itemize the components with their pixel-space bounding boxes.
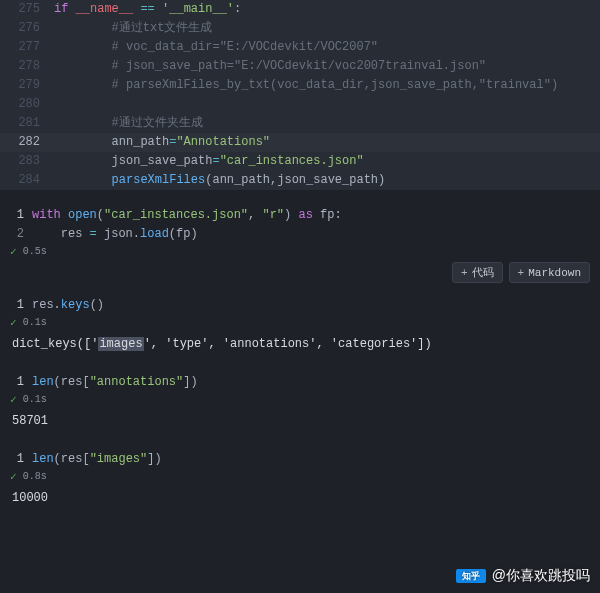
cell-exec-time: 0.8s bbox=[23, 471, 47, 482]
token: # voc_data_dir="E:/VOCdevkit/VOC2007" bbox=[112, 40, 378, 54]
cell-output: 10000 bbox=[0, 487, 600, 515]
watermark: 知乎 @你喜欢跳投吗 bbox=[456, 567, 590, 585]
code-editor[interactable]: 275if __name__ == '__main__':276 #通过txt文… bbox=[0, 0, 600, 190]
line-number: 277 bbox=[0, 38, 54, 57]
cell-status: ✓0.8s bbox=[0, 469, 600, 487]
token: ]) bbox=[147, 452, 161, 466]
separator bbox=[0, 361, 600, 371]
code-content: ann_path="Annotations" bbox=[54, 133, 600, 152]
output-text: dict_keys([' bbox=[12, 337, 98, 351]
code-line[interactable]: 278 # json_save_path="E:/VOCdevkit/voc20… bbox=[0, 57, 600, 76]
token: (ann_path,json_save_path) bbox=[205, 173, 385, 187]
code-line[interactable]: 283 json_save_path="car_instances.json" bbox=[0, 152, 600, 171]
notebook-cell[interactable]: 1len(res["annotations"])✓0.1s58701 bbox=[0, 371, 600, 438]
token: '__main__' bbox=[162, 2, 234, 16]
code-content: json_save_path="car_instances.json" bbox=[54, 152, 600, 171]
cell-exec-time: 0.1s bbox=[23, 317, 47, 328]
token: # json_save_path="E:/VOCdevkit/voc2007tr… bbox=[112, 59, 486, 73]
token: ) bbox=[284, 208, 298, 222]
line-number: 280 bbox=[0, 95, 54, 114]
token: (res[ bbox=[54, 375, 90, 389]
token: "car_instances.json" bbox=[104, 208, 248, 222]
separator bbox=[0, 284, 600, 294]
notebook-cell[interactable]: 1with open("car_instances.json", "r") as… bbox=[0, 204, 600, 284]
cell-code-line[interactable]: 2 res = json.load(fp) bbox=[0, 225, 600, 244]
token: as bbox=[298, 208, 312, 222]
line-number: 278 bbox=[0, 57, 54, 76]
separator bbox=[0, 438, 600, 448]
check-icon: ✓ bbox=[10, 316, 17, 329]
token: (res[ bbox=[54, 452, 90, 466]
cell-code-content: len(res["annotations"]) bbox=[32, 373, 600, 392]
token bbox=[61, 208, 68, 222]
add-markdown-cell-button[interactable]: +Markdown bbox=[509, 262, 590, 283]
cell-code-line[interactable]: 1res.keys() bbox=[0, 296, 600, 315]
token: open bbox=[68, 208, 97, 222]
line-number: 276 bbox=[0, 19, 54, 38]
token: #通过txt文件生成 bbox=[112, 21, 213, 35]
button-label: 代码 bbox=[472, 265, 494, 280]
cell-code-content: len(res["images"]) bbox=[32, 450, 600, 469]
cell-code-line[interactable]: 1len(res["images"]) bbox=[0, 450, 600, 469]
zhihu-logo-icon: 知乎 bbox=[456, 569, 486, 583]
token: : bbox=[234, 2, 241, 16]
token bbox=[155, 2, 162, 16]
code-content: # parseXmlFiles_by_txt(voc_data_dir,json… bbox=[54, 76, 600, 95]
code-content: #通过文件夹生成 bbox=[54, 114, 600, 133]
notebook-cell[interactable]: 1res.keys()✓0.1sdict_keys(['images', 'ty… bbox=[0, 294, 600, 361]
notebook-cell[interactable]: 1len(res["images"])✓0.8s10000 bbox=[0, 448, 600, 515]
code-line[interactable]: 281 #通过文件夹生成 bbox=[0, 114, 600, 133]
output-text: 10000 bbox=[12, 491, 48, 505]
token: res. bbox=[32, 298, 61, 312]
line-number: 282 bbox=[0, 133, 54, 152]
cell-code-line[interactable]: 1with open("car_instances.json", "r") as… bbox=[0, 206, 600, 225]
code-line[interactable]: 276 #通过txt文件生成 bbox=[0, 19, 600, 38]
token: len bbox=[32, 452, 54, 466]
cell-line-number: 2 bbox=[0, 225, 32, 244]
code-content: if __name__ == '__main__': bbox=[54, 0, 600, 19]
cell-code-content: with open("car_instances.json", "r") as … bbox=[32, 206, 600, 225]
code-line[interactable]: 284 parseXmlFiles(ann_path,json_save_pat… bbox=[0, 171, 600, 190]
output-text: ', 'type', 'annotations', 'categories']) bbox=[144, 337, 432, 351]
token: if bbox=[54, 2, 68, 16]
cell-line-number: 1 bbox=[0, 450, 32, 469]
token: res bbox=[32, 227, 90, 241]
token: , bbox=[248, 208, 262, 222]
token: "annotations" bbox=[90, 375, 184, 389]
code-line[interactable]: 282 ann_path="Annotations" bbox=[0, 133, 600, 152]
code-line[interactable]: 280 bbox=[0, 95, 600, 114]
plus-icon: + bbox=[518, 267, 525, 279]
code-line[interactable]: 275if __name__ == '__main__': bbox=[0, 0, 600, 19]
token: (fp) bbox=[169, 227, 198, 241]
code-content bbox=[54, 95, 600, 114]
highlighted-text: images bbox=[98, 337, 143, 351]
code-content: parseXmlFiles(ann_path,json_save_path) bbox=[54, 171, 600, 190]
line-number: 283 bbox=[0, 152, 54, 171]
line-number: 279 bbox=[0, 76, 54, 95]
token: with bbox=[32, 208, 61, 222]
line-number: 275 bbox=[0, 0, 54, 19]
cell-line-number: 1 bbox=[0, 373, 32, 392]
token: "r" bbox=[262, 208, 284, 222]
token bbox=[68, 2, 75, 16]
token: ( bbox=[97, 208, 104, 222]
token: fp: bbox=[313, 208, 342, 222]
notebook-cells: 1with open("car_instances.json", "r") as… bbox=[0, 204, 600, 515]
watermark-text: @你喜欢跳投吗 bbox=[492, 567, 590, 585]
cell-exec-time: 0.1s bbox=[23, 394, 47, 405]
cell-code-line[interactable]: 1len(res["annotations"]) bbox=[0, 373, 600, 392]
token: load bbox=[140, 227, 169, 241]
cell-status: ✓0.1s bbox=[0, 315, 600, 333]
token: = bbox=[212, 154, 219, 168]
cell-line-number: 1 bbox=[0, 296, 32, 315]
add-code-cell-button[interactable]: +代码 bbox=[452, 262, 503, 283]
output-text: 58701 bbox=[12, 414, 48, 428]
token: #通过文件夹生成 bbox=[112, 116, 203, 130]
check-icon: ✓ bbox=[10, 245, 17, 258]
code-line[interactable]: 279 # parseXmlFiles_by_txt(voc_data_dir,… bbox=[0, 76, 600, 95]
code-line[interactable]: 277 # voc_data_dir="E:/VOCdevkit/VOC2007… bbox=[0, 38, 600, 57]
token: ann_path bbox=[112, 135, 170, 149]
token: "Annotations" bbox=[176, 135, 270, 149]
token: = bbox=[90, 227, 97, 241]
button-label: Markdown bbox=[528, 267, 581, 279]
